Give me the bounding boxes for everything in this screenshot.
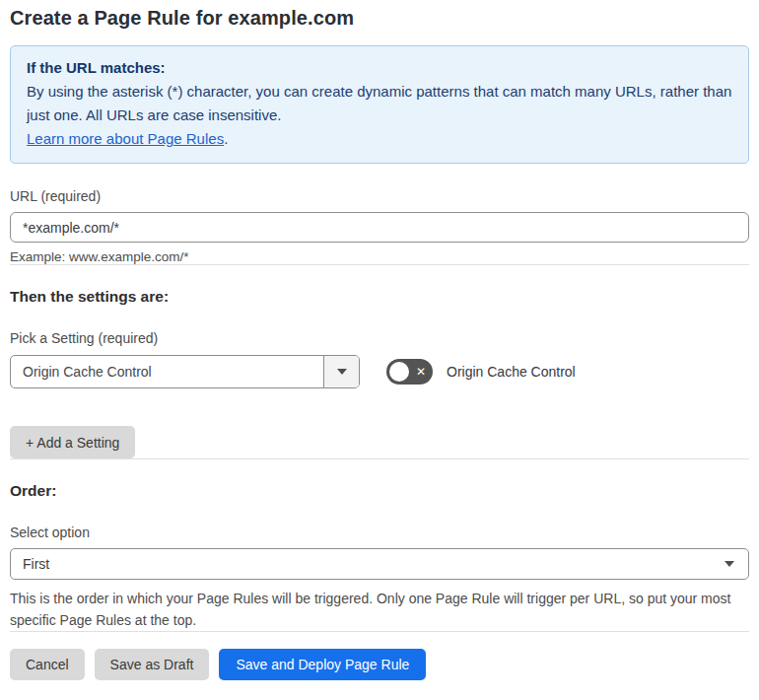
- divider: [10, 631, 749, 632]
- divider: [10, 264, 749, 265]
- learn-more-link[interactable]: Learn more about Page Rules: [27, 130, 224, 147]
- url-example-helper: Example: www.example.com/*: [10, 249, 749, 264]
- order-select-label: Select option: [10, 525, 749, 540]
- save-draft-button[interactable]: Save as Draft: [95, 649, 210, 680]
- info-box-link-line: Learn more about Page Rules.: [27, 127, 732, 151]
- setting-select-arrow-button[interactable]: [323, 356, 359, 387]
- order-section-heading: Order:: [10, 482, 749, 500]
- info-box-body: By using the asterisk (*) character, you…: [27, 80, 732, 127]
- divider: [10, 458, 749, 459]
- toggle-knob: [389, 362, 409, 382]
- link-period: .: [224, 130, 228, 147]
- toggle-off-x-icon: ✕: [416, 366, 426, 378]
- settings-section-heading: Then the settings are:: [10, 288, 749, 306]
- chevron-down-icon: [337, 369, 347, 375]
- footer-actions: Cancel Save as Draft Save and Deploy Pag…: [10, 649, 749, 680]
- order-select[interactable]: First: [10, 548, 749, 580]
- setting-row: Origin Cache Control ✕ Origin Cache Cont…: [10, 355, 749, 388]
- chevron-down-icon: [724, 561, 734, 567]
- setting-select-value: Origin Cache Control: [11, 364, 152, 380]
- order-helper-text: This is the order in which your Page Rul…: [10, 588, 749, 631]
- page-rule-form: Create a Page Rule for example.com If th…: [0, 0, 759, 680]
- origin-cache-control-toggle[interactable]: ✕: [386, 359, 433, 385]
- order-select-value: First: [23, 556, 49, 572]
- page-title: Create a Page Rule for example.com: [10, 7, 749, 30]
- url-match-info-box: If the URL matches: By using the asteris…: [10, 45, 749, 164]
- info-box-heading: If the URL matches:: [27, 56, 732, 80]
- toggle-label: Origin Cache Control: [447, 364, 576, 380]
- url-input[interactable]: [10, 212, 749, 243]
- cancel-button[interactable]: Cancel: [10, 649, 85, 680]
- url-label: URL (required): [10, 188, 749, 204]
- add-setting-button[interactable]: + Add a Setting: [10, 426, 135, 458]
- pick-setting-label: Pick a Setting (required): [10, 330, 749, 346]
- save-deploy-button[interactable]: Save and Deploy Page Rule: [219, 649, 426, 680]
- setting-select[interactable]: Origin Cache Control: [10, 355, 360, 388]
